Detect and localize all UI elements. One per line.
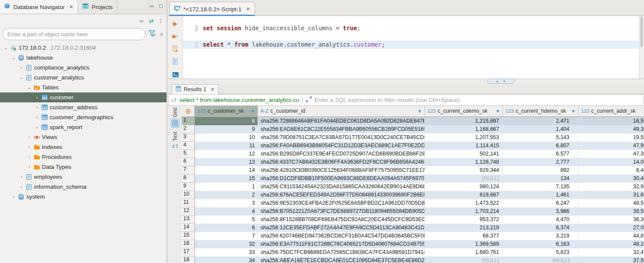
cell-c_customer_sk[interactable]: 1 (195, 183, 258, 191)
cell-c_current_addr_sk[interactable]: 31,65 (578, 191, 644, 199)
cell-c_customer_sk[interactable]: 9 (195, 125, 258, 133)
cell-c_current_cdemo_sk[interactable]: [NULL] (425, 174, 503, 183)
cell-c_customer_id[interactable]: sha256:75DC7FCB6686EDA72565C1B838CA7FC43… (258, 248, 425, 257)
cell-c_current_addr_sk[interactable]: 19,58 (578, 133, 644, 142)
cell-c_customer_id[interactable]: sha256:12CE35EFDABF272A4A47E9FA9CC5D4113… (258, 224, 425, 232)
cell-c_current_addr_sk[interactable]: 39,55 (578, 207, 644, 215)
cell-c_customer_id[interactable]: sha256:ABEA16E7E1ECBDCA6E01CE1095D84E37C… (258, 257, 425, 263)
tree-item-system[interactable]: ›system (0, 192, 166, 202)
link-editor-icon[interactable]: ⇄ (149, 18, 154, 24)
column-menu-icon[interactable]: ▼ (496, 106, 500, 117)
cell-c_customer_sk[interactable]: 13 (195, 158, 258, 166)
cell-c_current_addr_sk[interactable]: 37,50 (578, 257, 644, 263)
object-search-box[interactable] (3, 28, 145, 40)
cell-c_customer_id[interactable]: sha256:620746BED947362BCD6CF31B0A4C547DD… (258, 232, 425, 240)
cell-c_current_addr_sk[interactable]: 30,46 (578, 174, 644, 183)
close-icon[interactable]: ✕ (210, 86, 215, 92)
close-icon[interactable]: ✕ (69, 4, 73, 10)
expand-arrow-icon[interactable]: › (18, 65, 25, 70)
expand-arrow-icon[interactable]: › (34, 125, 41, 130)
row-number[interactable]: 5 (182, 150, 195, 158)
row-number[interactable]: 2 (182, 125, 195, 133)
cell-c_customer_sk[interactable]: 2 (195, 191, 258, 199)
splitter-arrows[interactable]: ▲ ▼ (487, 79, 514, 84)
cell-c_current_hdemo_sk[interactable]: [NULL] (503, 257, 578, 263)
execute-icon[interactable]: ▶ (171, 19, 180, 28)
cell-c_current_cdemo_sk[interactable]: 1,215,897 (425, 117, 503, 125)
cell-c_current_addr_sk[interactable]: 32,43 (578, 248, 644, 257)
cell-c_current_addr_sk[interactable]: 36,36 (578, 215, 644, 224)
cell-c_customer_id[interactable]: sha256:D1CDF8DBB10F500EA9693C86DE6DEAA05… (258, 174, 425, 183)
code-line[interactable] (183, 32, 639, 41)
select-all-corner[interactable] (182, 106, 195, 117)
tree-item-tables[interactable]: ⌄Tables (0, 82, 166, 92)
cell-c_customer_id[interactable]: sha256:9E52303CE4FBA2E2F0525E8A5BFBD2C1A… (258, 199, 425, 207)
cell-c_current_hdemo_sk[interactable]: 6,163 (503, 240, 578, 248)
cell-c_customer_sk[interactable]: 15 (195, 174, 258, 183)
cell-c_current_addr_sk[interactable]: 48,29 (578, 240, 644, 248)
cell-c_customer_id[interactable]: sha256:B705122120A673FC7DE6889727DB11809… (258, 207, 425, 215)
tree-item-employees[interactable]: ›employees (0, 172, 166, 182)
cell-c_customer_sk[interactable]: 14 (195, 166, 258, 174)
maximize-results-icon[interactable]: ▼ (503, 79, 506, 83)
tab-database-navigator[interactable]: Database Navigator ✕ (0, 0, 78, 14)
row-number[interactable]: 15 (182, 232, 195, 240)
cell-c_current_hdemo_sk[interactable]: 6,374 (503, 224, 578, 232)
column-menu-icon[interactable]: ▼ (418, 106, 422, 117)
cell-c_current_addr_sk[interactable]: 44,81 (578, 232, 644, 240)
tab-projects[interactable]: Projects (78, 0, 117, 14)
cell-c_current_hdemo_sk[interactable]: 892 (503, 166, 578, 174)
cell-c_current_addr_sk[interactable]: 16,59 (578, 117, 644, 125)
code-line[interactable]: set session hide_inaccessible_columns = … (183, 24, 639, 32)
row-number[interactable]: 12 (182, 207, 195, 215)
tree-item-indexes[interactable]: ›Indexes (0, 142, 166, 152)
cell-c_current_addr_sk[interactable]: 32,94 (578, 183, 644, 191)
row-number[interactable]: 18 (182, 257, 195, 263)
expand-arrow-icon[interactable]: › (26, 165, 33, 169)
row-number[interactable]: 6 (182, 158, 195, 166)
cell-c_current_hdemo_sk[interactable]: 5,823 (503, 248, 578, 257)
tree-item-information-schema[interactable]: ›information_schema (0, 182, 166, 192)
cell-c_customer_sk[interactable]: 5 (195, 215, 258, 224)
cell-c_current_cdemo_sk[interactable]: 929,344 (425, 166, 503, 174)
execute-new-tab-icon[interactable]: ▶+ (171, 32, 180, 41)
cell-c_current_hdemo_sk[interactable]: 6,577 (503, 150, 578, 158)
row-number[interactable]: 14 (182, 224, 195, 232)
row-number[interactable]: 1 (182, 117, 195, 125)
cell-c_current_cdemo_sk[interactable]: 1,168,667 (425, 125, 503, 133)
row-number[interactable]: 8 (182, 174, 195, 183)
overflow-menu-icon[interactable]: ⁞ (160, 18, 161, 24)
tree-item-views[interactable]: ›Views (0, 132, 166, 142)
collapse-arrow-icon[interactable]: ⌄ (3, 45, 9, 50)
row-number[interactable]: 3 (182, 133, 195, 142)
collapse-arrow-icon[interactable]: ⌄ (18, 75, 25, 80)
presentation-tab-grid[interactable]: Grid (171, 108, 179, 127)
results-filter-bar[interactable]: «T select * from lakehouse.customer_anal… (168, 94, 644, 106)
cell-c_current_cdemo_sk[interactable]: 819,667 (425, 191, 503, 199)
cell-c_customer_id[interactable]: sha256:4337C7AB6432E3B06FF4A3636FD2F8CC8… (258, 158, 425, 166)
cell-c_current_hdemo_sk[interactable]: 7,135 (503, 183, 578, 191)
explain-plan-icon[interactable] (171, 58, 180, 66)
cell-c_customer_id[interactable]: sha256:72888646ABF61FA044EDEC061D6DA5A09… (258, 117, 425, 125)
cell-c_current_cdemo_sk[interactable]: 980,124 (425, 183, 503, 191)
cell-c_customer_sk[interactable]: 7 (195, 232, 258, 240)
cell-c_current_cdemo_sk[interactable]: 953,372 (425, 215, 503, 224)
cell-c_current_cdemo_sk[interactable]: 502,141 (425, 150, 503, 158)
column-header-c_current_addr_sk[interactable]: 123c_current_addr_sk▼ (578, 106, 644, 117)
column-menu-icon[interactable]: ▼ (571, 106, 575, 117)
cell-c_current_cdemo_sk[interactable]: 1,473,522 (425, 199, 503, 207)
code-line[interactable]: select * from lakehouse.customer_analyti… (183, 41, 639, 49)
cell-c_current_hdemo_sk[interactable]: 6,247 (503, 199, 578, 207)
column-menu-icon[interactable]: ▼ (251, 106, 255, 117)
close-icon[interactable]: ✕ (246, 6, 250, 12)
cell-c_current_cdemo_sk[interactable]: 213,219 (425, 224, 503, 232)
cell-c_customer_id[interactable]: sha256:8F1528BB708DF69EB475DC92A8C20EC44… (258, 215, 425, 224)
expand-arrow-icon[interactable]: › (18, 184, 25, 189)
chevron-down-icon[interactable]: ∨ (160, 32, 163, 37)
tree-item-data-types[interactable]: ›Data Types (0, 162, 166, 172)
cell-c_customer_sk[interactable]: 6 (195, 224, 258, 232)
editor-results-splitter[interactable]: ▲ ▼ (168, 79, 644, 84)
cell-c_current_addr_sk[interactable]: 14,00 (578, 158, 644, 166)
cell-c_customer_id[interactable]: sha256:C9115342454A2323DA815865CAA326064… (258, 183, 425, 191)
cell-c_current_hdemo_sk[interactable]: 6,807 (503, 142, 578, 150)
